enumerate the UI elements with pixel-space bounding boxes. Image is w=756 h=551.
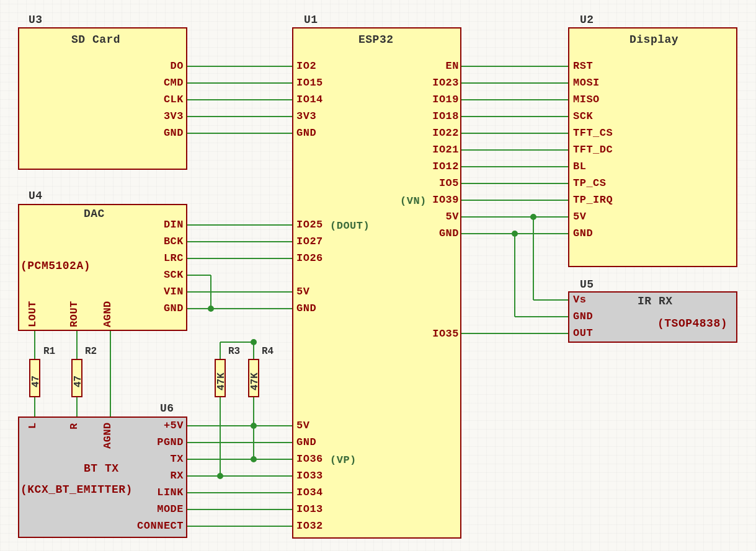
u1-pin-5v3: 5V (432, 211, 459, 223)
u1-pin-gnd1: GND (296, 127, 316, 139)
u2-pin-tpirq: TP_IRQ (573, 194, 613, 206)
u1-pin-io33: IO33 (296, 470, 323, 482)
r4-val: 47K (249, 372, 260, 390)
svg-point-31 (218, 474, 223, 478)
u1-pin-io22: IO22 (429, 127, 459, 139)
u1-pin-io36: IO36 (296, 453, 323, 465)
u6-pin-r: R (68, 423, 80, 430)
u1-pin-io23: IO23 (429, 77, 459, 89)
u2-pin-gnd: GND (573, 227, 593, 239)
u4-pin-lout: LOUT (27, 301, 38, 327)
u4-pin-lrc: LRC (158, 252, 184, 264)
r1-val: 47 (30, 376, 42, 387)
u1-pin-io32: IO32 (296, 520, 323, 532)
u1-pin-io25: IO25 (296, 219, 323, 231)
u2-pin-rst: RST (573, 60, 593, 72)
u5-sub: (TSOP4838) (657, 317, 727, 330)
u1-pin-en: EN (432, 60, 459, 72)
u2-pin-tftcs: TFT_CS (573, 127, 613, 139)
u6-pin-l: L (27, 422, 38, 429)
u2-pin-tftdc: TFT_DC (573, 144, 613, 156)
u3-title: SD Card (71, 33, 120, 46)
u2-pin-sck: SCK (573, 110, 593, 122)
u2-ref: U2 (580, 14, 594, 26)
svg-point-34 (208, 306, 213, 311)
u1-pin-io12: IO12 (429, 161, 459, 172)
u1-pin-gnd2: GND (296, 302, 316, 314)
u1-dout-note: (DOUT) (330, 220, 370, 232)
u1-pin-gnd4: GND (432, 227, 459, 239)
u1-vp-note: (VP) (330, 454, 357, 466)
u4-title: DAC (84, 208, 105, 220)
u1-pin-5v2: 5V (296, 420, 309, 431)
u6-pin-tx: TX (161, 453, 184, 465)
u2-pin-miso: MISO (573, 94, 600, 105)
u6-pin-link: LINK (151, 487, 184, 498)
u6-sub: (KCX_BT_EMITTER) (20, 483, 133, 496)
u1-pin-io21: IO21 (429, 144, 459, 156)
svg-point-29 (251, 340, 256, 345)
u3-pin-3v3: 3V3 (156, 110, 184, 122)
u3-pin-clk: CLK (156, 94, 184, 105)
u4-pin-vin: VIN (158, 286, 184, 298)
u1-pin-io34: IO34 (296, 487, 323, 498)
u4-pin-agnd: AGND (102, 301, 113, 327)
u4-sub: (PCM5102A) (20, 260, 91, 272)
u6-pin-pgnd: PGND (145, 436, 184, 448)
r2-ref: R2 (85, 346, 97, 357)
u1-pin-io13: IO13 (296, 503, 323, 515)
u1-pin-io14: IO14 (296, 94, 323, 105)
u1-ref: U1 (304, 14, 318, 26)
u6-pin-rx: RX (161, 470, 184, 482)
u6-ref: U6 (160, 402, 174, 415)
u3-pin-do: DO (162, 60, 184, 72)
u1-pin-io2: IO2 (296, 60, 316, 72)
u5-pin-vs: Vs (573, 294, 586, 306)
u3-pin-cmd: CMD (156, 77, 184, 89)
u3-ref: U3 (29, 14, 43, 26)
u1-pin-gnd3: GND (296, 436, 316, 448)
u1-pin-io15: IO15 (296, 77, 323, 89)
r4-ref: R4 (262, 346, 273, 357)
u1-title: ESP32 (358, 33, 394, 46)
u2-pin-bl: BL (573, 161, 586, 172)
u3-pin-gnd: GND (156, 127, 184, 139)
u2-pin-5v: 5V (573, 211, 586, 223)
r2-val: 47 (73, 376, 84, 387)
u6-title: BT TX (84, 462, 119, 475)
u4-pin-sck: SCK (158, 269, 184, 281)
r1-ref: R1 (43, 346, 55, 357)
u4-pin-din: DIN (159, 219, 184, 231)
u1-vn-note: (VN) (400, 195, 427, 207)
u6-pin-mode: MODE (144, 503, 184, 515)
u5-ref: U5 (580, 278, 594, 291)
u2-pin-tpcs: TP_CS (573, 177, 607, 189)
u5-title: IR RX (638, 295, 673, 307)
u1-pin-3v3: 3V3 (296, 110, 316, 122)
u1-pin-io5: IO5 (429, 177, 459, 189)
r3-ref: R3 (228, 346, 240, 357)
u1-pin-5v1: 5V (296, 286, 309, 298)
u1-pin-io19: IO19 (429, 94, 459, 105)
u4-ref: U4 (29, 190, 43, 202)
u6-pin-agnd: AGND (102, 422, 113, 449)
u5-pin-out: OUT (573, 327, 593, 339)
u2-pin-mosi: MOSI (573, 77, 600, 89)
u2-title: Display (629, 33, 678, 46)
u5-pin-gnd: GND (573, 311, 593, 322)
u1-pin-io39: IO39 (429, 194, 459, 206)
r3-val: 47K (216, 372, 227, 390)
u1-pin-io18: IO18 (429, 110, 459, 122)
u1-pin-io35: IO35 (429, 328, 459, 340)
u6-pin-connect: CONNECT (124, 520, 184, 532)
u1-pin-io26: IO26 (296, 252, 323, 264)
u4-pin-rout: ROUT (68, 301, 80, 327)
u1-pin-io27: IO27 (296, 236, 323, 247)
u4-pin-bck: BCK (158, 236, 184, 247)
svg-point-33 (251, 457, 256, 462)
u6-pin-5v: +5V (150, 420, 184, 431)
u4-pin-gnd: GND (158, 302, 184, 314)
